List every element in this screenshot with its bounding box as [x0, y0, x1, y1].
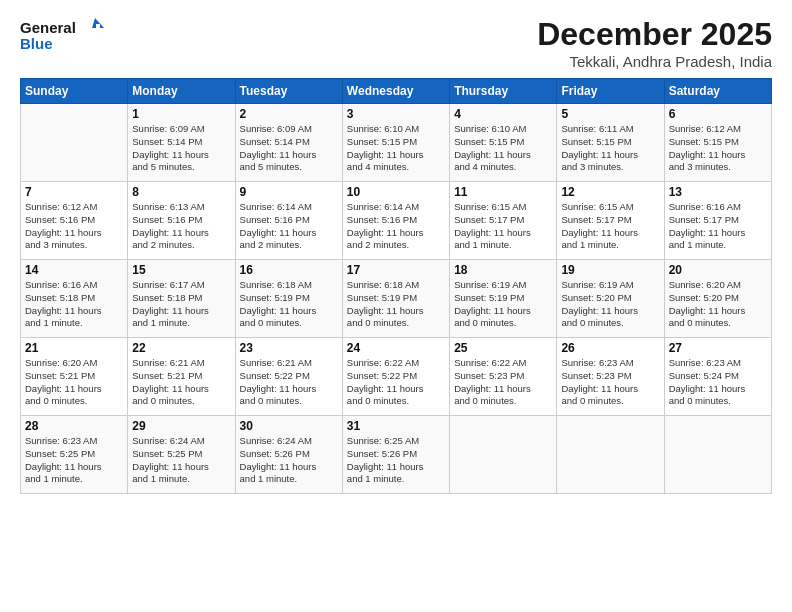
week-row-2: 7Sunrise: 6:12 AM Sunset: 5:16 PM Daylig… — [21, 182, 772, 260]
calendar-cell: 6Sunrise: 6:12 AM Sunset: 5:15 PM Daylig… — [664, 104, 771, 182]
day-number: 25 — [454, 341, 552, 355]
calendar-cell: 4Sunrise: 6:10 AM Sunset: 5:15 PM Daylig… — [450, 104, 557, 182]
weekday-header-friday: Friday — [557, 79, 664, 104]
day-info: Sunrise: 6:13 AM Sunset: 5:16 PM Dayligh… — [132, 201, 230, 252]
day-info: Sunrise: 6:24 AM Sunset: 5:25 PM Dayligh… — [132, 435, 230, 486]
day-number: 10 — [347, 185, 445, 199]
logo: General Blue — [20, 16, 110, 54]
logo-svg: General Blue — [20, 16, 110, 54]
day-info: Sunrise: 6:09 AM Sunset: 5:14 PM Dayligh… — [240, 123, 338, 174]
day-info: Sunrise: 6:15 AM Sunset: 5:17 PM Dayligh… — [454, 201, 552, 252]
calendar-cell: 13Sunrise: 6:16 AM Sunset: 5:17 PM Dayli… — [664, 182, 771, 260]
week-row-5: 28Sunrise: 6:23 AM Sunset: 5:25 PM Dayli… — [21, 416, 772, 494]
day-info: Sunrise: 6:19 AM Sunset: 5:20 PM Dayligh… — [561, 279, 659, 330]
calendar-cell: 9Sunrise: 6:14 AM Sunset: 5:16 PM Daylig… — [235, 182, 342, 260]
calendar-cell — [450, 416, 557, 494]
day-number: 9 — [240, 185, 338, 199]
week-row-3: 14Sunrise: 6:16 AM Sunset: 5:18 PM Dayli… — [21, 260, 772, 338]
day-number: 29 — [132, 419, 230, 433]
day-info: Sunrise: 6:09 AM Sunset: 5:14 PM Dayligh… — [132, 123, 230, 174]
day-number: 24 — [347, 341, 445, 355]
day-number: 23 — [240, 341, 338, 355]
day-number: 5 — [561, 107, 659, 121]
month-title: December 2025 — [537, 16, 772, 53]
calendar-cell — [664, 416, 771, 494]
day-info: Sunrise: 6:23 AM Sunset: 5:25 PM Dayligh… — [25, 435, 123, 486]
day-number: 3 — [347, 107, 445, 121]
calendar-cell: 25Sunrise: 6:22 AM Sunset: 5:23 PM Dayli… — [450, 338, 557, 416]
calendar-cell: 14Sunrise: 6:16 AM Sunset: 5:18 PM Dayli… — [21, 260, 128, 338]
calendar-cell: 12Sunrise: 6:15 AM Sunset: 5:17 PM Dayli… — [557, 182, 664, 260]
weekday-header-row: SundayMondayTuesdayWednesdayThursdayFrid… — [21, 79, 772, 104]
day-info: Sunrise: 6:21 AM Sunset: 5:22 PM Dayligh… — [240, 357, 338, 408]
calendar-cell: 26Sunrise: 6:23 AM Sunset: 5:23 PM Dayli… — [557, 338, 664, 416]
main-container: General Blue December 2025 Tekkali, Andh… — [0, 0, 792, 612]
calendar-cell: 3Sunrise: 6:10 AM Sunset: 5:15 PM Daylig… — [342, 104, 449, 182]
day-info: Sunrise: 6:22 AM Sunset: 5:22 PM Dayligh… — [347, 357, 445, 408]
day-number: 12 — [561, 185, 659, 199]
day-info: Sunrise: 6:24 AM Sunset: 5:26 PM Dayligh… — [240, 435, 338, 486]
day-number: 31 — [347, 419, 445, 433]
calendar-cell: 20Sunrise: 6:20 AM Sunset: 5:20 PM Dayli… — [664, 260, 771, 338]
svg-text:General: General — [20, 19, 76, 36]
week-row-1: 1Sunrise: 6:09 AM Sunset: 5:14 PM Daylig… — [21, 104, 772, 182]
calendar-cell: 19Sunrise: 6:19 AM Sunset: 5:20 PM Dayli… — [557, 260, 664, 338]
calendar-cell: 31Sunrise: 6:25 AM Sunset: 5:26 PM Dayli… — [342, 416, 449, 494]
day-number: 15 — [132, 263, 230, 277]
day-info: Sunrise: 6:20 AM Sunset: 5:20 PM Dayligh… — [669, 279, 767, 330]
day-info: Sunrise: 6:14 AM Sunset: 5:16 PM Dayligh… — [240, 201, 338, 252]
calendar-cell: 2Sunrise: 6:09 AM Sunset: 5:14 PM Daylig… — [235, 104, 342, 182]
day-info: Sunrise: 6:22 AM Sunset: 5:23 PM Dayligh… — [454, 357, 552, 408]
calendar-cell: 24Sunrise: 6:22 AM Sunset: 5:22 PM Dayli… — [342, 338, 449, 416]
day-number: 6 — [669, 107, 767, 121]
weekday-header-wednesday: Wednesday — [342, 79, 449, 104]
day-number: 21 — [25, 341, 123, 355]
day-number: 13 — [669, 185, 767, 199]
calendar-cell: 27Sunrise: 6:23 AM Sunset: 5:24 PM Dayli… — [664, 338, 771, 416]
day-info: Sunrise: 6:14 AM Sunset: 5:16 PM Dayligh… — [347, 201, 445, 252]
day-info: Sunrise: 6:10 AM Sunset: 5:15 PM Dayligh… — [454, 123, 552, 174]
weekday-header-saturday: Saturday — [664, 79, 771, 104]
weekday-header-sunday: Sunday — [21, 79, 128, 104]
weekday-header-tuesday: Tuesday — [235, 79, 342, 104]
title-section: December 2025 Tekkali, Andhra Pradesh, I… — [537, 16, 772, 70]
day-number: 4 — [454, 107, 552, 121]
day-number: 22 — [132, 341, 230, 355]
day-number: 2 — [240, 107, 338, 121]
calendar-cell — [21, 104, 128, 182]
calendar-cell: 23Sunrise: 6:21 AM Sunset: 5:22 PM Dayli… — [235, 338, 342, 416]
calendar-cell: 28Sunrise: 6:23 AM Sunset: 5:25 PM Dayli… — [21, 416, 128, 494]
calendar-cell: 8Sunrise: 6:13 AM Sunset: 5:16 PM Daylig… — [128, 182, 235, 260]
day-number: 28 — [25, 419, 123, 433]
day-info: Sunrise: 6:18 AM Sunset: 5:19 PM Dayligh… — [347, 279, 445, 330]
day-info: Sunrise: 6:16 AM Sunset: 5:18 PM Dayligh… — [25, 279, 123, 330]
day-info: Sunrise: 6:12 AM Sunset: 5:15 PM Dayligh… — [669, 123, 767, 174]
day-info: Sunrise: 6:11 AM Sunset: 5:15 PM Dayligh… — [561, 123, 659, 174]
day-number: 7 — [25, 185, 123, 199]
header: General Blue December 2025 Tekkali, Andh… — [20, 16, 772, 70]
calendar-cell: 15Sunrise: 6:17 AM Sunset: 5:18 PM Dayli… — [128, 260, 235, 338]
calendar-cell: 16Sunrise: 6:18 AM Sunset: 5:19 PM Dayli… — [235, 260, 342, 338]
day-info: Sunrise: 6:15 AM Sunset: 5:17 PM Dayligh… — [561, 201, 659, 252]
day-number: 14 — [25, 263, 123, 277]
day-info: Sunrise: 6:19 AM Sunset: 5:19 PM Dayligh… — [454, 279, 552, 330]
day-info: Sunrise: 6:23 AM Sunset: 5:23 PM Dayligh… — [561, 357, 659, 408]
day-info: Sunrise: 6:25 AM Sunset: 5:26 PM Dayligh… — [347, 435, 445, 486]
calendar-cell: 18Sunrise: 6:19 AM Sunset: 5:19 PM Dayli… — [450, 260, 557, 338]
calendar-cell: 11Sunrise: 6:15 AM Sunset: 5:17 PM Dayli… — [450, 182, 557, 260]
day-info: Sunrise: 6:20 AM Sunset: 5:21 PM Dayligh… — [25, 357, 123, 408]
day-info: Sunrise: 6:10 AM Sunset: 5:15 PM Dayligh… — [347, 123, 445, 174]
calendar-cell: 22Sunrise: 6:21 AM Sunset: 5:21 PM Dayli… — [128, 338, 235, 416]
calendar-cell: 1Sunrise: 6:09 AM Sunset: 5:14 PM Daylig… — [128, 104, 235, 182]
calendar-cell: 29Sunrise: 6:24 AM Sunset: 5:25 PM Dayli… — [128, 416, 235, 494]
day-number: 11 — [454, 185, 552, 199]
calendar-cell — [557, 416, 664, 494]
day-number: 27 — [669, 341, 767, 355]
day-info: Sunrise: 6:23 AM Sunset: 5:24 PM Dayligh… — [669, 357, 767, 408]
svg-marker-1 — [92, 18, 104, 28]
calendar-cell: 17Sunrise: 6:18 AM Sunset: 5:19 PM Dayli… — [342, 260, 449, 338]
calendar-cell: 30Sunrise: 6:24 AM Sunset: 5:26 PM Dayli… — [235, 416, 342, 494]
day-number: 30 — [240, 419, 338, 433]
calendar-cell: 21Sunrise: 6:20 AM Sunset: 5:21 PM Dayli… — [21, 338, 128, 416]
day-number: 18 — [454, 263, 552, 277]
